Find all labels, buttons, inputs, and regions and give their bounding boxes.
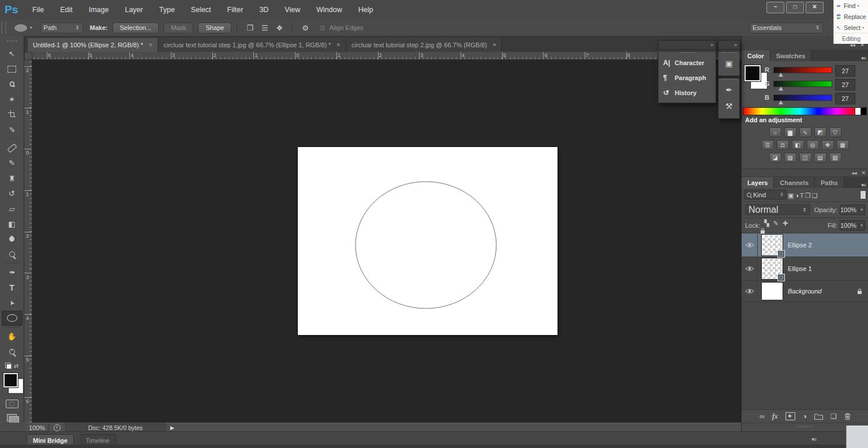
word-replace-button[interactable]: abacReplace <box>834 11 868 22</box>
collapse-panel-icon[interactable]: » <box>710 42 713 48</box>
blur-tool[interactable] <box>2 232 23 247</box>
blend-mode-dropdown[interactable]: Normal ⇕ <box>745 204 810 215</box>
foreground-color-swatch[interactable] <box>3 373 18 387</box>
foreground-color-swatch[interactable] <box>744 65 761 81</box>
tool-presets-panel-icon[interactable]: ⚒ <box>722 99 736 113</box>
swap-colors-icon[interactable]: ⇄ <box>14 363 18 369</box>
tab-swatches[interactable]: Swatches <box>770 50 812 61</box>
ellipse-tool[interactable] <box>2 311 23 326</box>
collapse-to-icons-icon[interactable]: ◂◂ <box>851 170 856 176</box>
chevron-down-icon[interactable]: ▾ <box>858 223 865 228</box>
dodge-tool[interactable] <box>2 247 23 262</box>
vibrance-icon[interactable]: ▽ <box>829 127 841 137</box>
tab-paths[interactable]: Paths <box>815 177 844 188</box>
eyedropper-tool[interactable]: ✐ <box>2 122 23 137</box>
menu-view[interactable]: View <box>276 0 308 20</box>
history-brush-tool[interactable]: ↺ <box>2 186 23 201</box>
path-arrangement-icon[interactable]: ❖ <box>276 24 283 32</box>
vertical-ruler[interactable]: 210123456 <box>24 60 32 423</box>
delete-layer-icon[interactable] <box>844 413 851 420</box>
new-adjustment-layer-icon[interactable]: ◑ <box>803 412 807 420</box>
new-group-icon[interactable] <box>814 413 823 420</box>
opacity-value[interactable]: 100% <box>840 206 858 213</box>
visibility-eye-icon[interactable] <box>742 281 758 302</box>
tool-mode-dropdown[interactable]: Path ⇕ <box>40 22 83 33</box>
panel-grip[interactable] <box>721 52 736 54</box>
crop-tool[interactable] <box>2 107 23 122</box>
panel-group-header[interactable]: » <box>718 40 740 50</box>
channel-value-field[interactable]: 27 <box>835 79 855 91</box>
ellipse-path-shape[interactable] <box>298 147 558 335</box>
ruler-corner[interactable] <box>24 52 32 60</box>
photo-filter-icon[interactable]: ◎ <box>807 140 819 150</box>
document-tab[interactable]: circluar text tutorial step 1.jpg @ 66.7… <box>158 38 346 52</box>
color-balance-icon[interactable]: ⚖ <box>777 140 789 150</box>
tab-color[interactable]: Color <box>742 50 770 61</box>
menu-image[interactable]: Image <box>81 0 117 20</box>
zoom-level-field[interactable]: 100% <box>29 424 48 431</box>
layer-row[interactable]: Background <box>742 281 868 302</box>
magic-wand-tool[interactable]: ✶ <box>2 92 23 107</box>
close-panel-icon[interactable]: ✕ <box>861 170 866 176</box>
color-lookup-icon[interactable]: ▦ <box>837 140 849 150</box>
threshold-icon[interactable]: ◫ <box>799 153 811 163</box>
menu-file[interactable]: File <box>24 0 52 20</box>
menu-3d[interactable]: 3D <box>251 0 276 20</box>
workspace-dropdown[interactable]: Essentials ⇕ <box>749 22 823 33</box>
gear-icon[interactable]: ⚙ <box>302 24 309 32</box>
layer-thumbnail[interactable] <box>762 258 783 279</box>
menu-window[interactable]: Window <box>308 0 350 20</box>
layer-name[interactable]: Ellipse 2 <box>788 242 812 249</box>
layer-row[interactable]: Ellipse 1 <box>742 257 868 281</box>
default-colors-icon[interactable] <box>5 363 12 369</box>
channel-slider[interactable] <box>773 67 832 73</box>
pen-tool[interactable]: ✒ <box>2 265 23 280</box>
options-bar-grip[interactable] <box>1 22 6 33</box>
tab-close-icon[interactable]: ✕ <box>492 42 497 48</box>
menu-filter[interactable]: Filter <box>219 0 252 20</box>
eraser-tool[interactable]: ▱ <box>2 201 23 216</box>
filter-type-layers-icon[interactable]: T <box>800 192 804 199</box>
invert-icon[interactable]: ◪ <box>769 153 781 163</box>
gradient-tool[interactable]: ◧ <box>2 216 23 231</box>
posterize-icon[interactable]: ▨ <box>784 153 796 163</box>
align-edges-checkbox[interactable] <box>319 24 326 32</box>
tab-close-icon[interactable]: ✕ <box>148 42 153 48</box>
visibility-eye-icon[interactable] <box>742 234 758 257</box>
panel-menu-icon[interactable]: ▾≡ <box>861 182 868 188</box>
lock-image-pixels-icon[interactable]: ✎ <box>773 220 779 227</box>
brightness-contrast-icon[interactable]: ☼ <box>769 127 781 137</box>
levels-icon[interactable]: ▆ <box>784 127 796 137</box>
black-swatch[interactable] <box>860 107 867 115</box>
path-operations-icon[interactable]: ❐ <box>246 24 253 32</box>
panel-menu-icon[interactable]: ▾≡ <box>861 55 868 61</box>
panel-button-history[interactable]: ↺History <box>659 85 716 100</box>
menu-type[interactable]: Type <box>151 0 183 20</box>
rectangular-marquee-tool[interactable] <box>2 61 23 76</box>
channel-mixer-icon[interactable]: ❖ <box>822 140 834 150</box>
pasteboard[interactable] <box>32 60 741 423</box>
filter-smart-objects-icon[interactable]: ❏ <box>812 192 818 199</box>
menu-layer[interactable]: Layer <box>117 0 151 20</box>
tab-close-icon[interactable]: ✕ <box>336 42 341 48</box>
close-button[interactable]: ✕ <box>806 2 824 13</box>
layer-name[interactable]: Ellipse 1 <box>788 265 812 272</box>
lock-all-icon[interactable] <box>760 228 792 234</box>
tab-layers[interactable]: Layers <box>742 177 774 188</box>
layer-thumbnail[interactable] <box>762 283 783 300</box>
hue-saturation-icon[interactable]: ☰ <box>762 140 774 150</box>
menu-edit[interactable]: Edit <box>52 0 81 20</box>
exposure-icon[interactable]: ◩ <box>814 127 826 137</box>
panel-button-character[interactable]: A|Character <box>659 55 716 70</box>
path-alignment-icon[interactable]: ☰ <box>261 24 268 32</box>
channel-slider[interactable] <box>773 95 832 101</box>
lasso-tool[interactable]: Q <box>2 77 23 92</box>
spot-healing-brush-tool[interactable] <box>2 140 23 155</box>
gradient-map-icon[interactable]: ▤ <box>814 153 826 163</box>
properties-panel-icon[interactable]: ▣ <box>722 57 736 70</box>
document-tab[interactable]: Untitled-1 @ 100% (Ellipse 2, RGB/8) *✕ <box>28 38 158 52</box>
slider-thumb[interactable] <box>779 73 783 77</box>
chevron-down-icon[interactable]: ▾ <box>858 208 865 212</box>
collapse-panel-icon[interactable]: » <box>734 42 737 48</box>
black-white-icon[interactable]: ◧ <box>792 140 804 150</box>
